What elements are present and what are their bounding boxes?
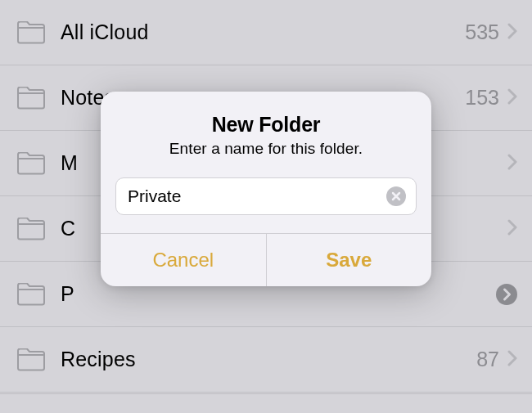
- save-button[interactable]: Save: [267, 234, 432, 286]
- new-folder-dialog: New Folder Enter a name for this folder.…: [101, 92, 431, 286]
- folder-name-input-wrap: [115, 177, 417, 215]
- modal-backdrop: New Folder Enter a name for this folder.…: [0, 0, 532, 413]
- cancel-button[interactable]: Cancel: [101, 234, 267, 286]
- dialog-title: New Folder: [117, 113, 415, 137]
- folder-name-input[interactable]: [116, 186, 386, 206]
- dialog-subtitle: Enter a name for this folder.: [117, 140, 415, 158]
- clear-input-icon[interactable]: [386, 186, 406, 206]
